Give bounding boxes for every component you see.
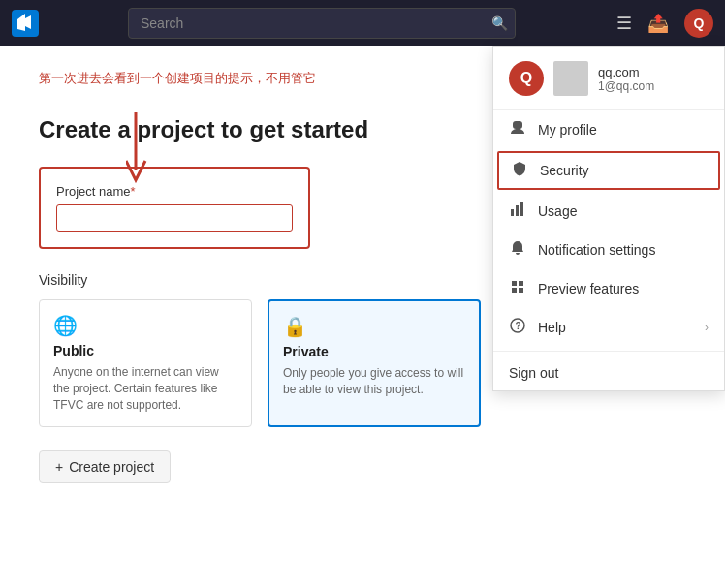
private-option[interactable]: 🔒 Private Only people you give access to…	[268, 299, 481, 427]
create-project-button[interactable]: + Create project	[39, 450, 171, 483]
user-email-full: 1@qq.com	[598, 79, 654, 93]
notification-icon	[509, 240, 526, 260]
project-name-label: Project name*	[56, 184, 293, 199]
menu-item-notification-settings[interactable]: Notification settings	[493, 231, 724, 269]
dropdown-header: Q qq.com 1@qq.com	[493, 47, 724, 110]
private-desc: Only people you give access to will be a…	[283, 365, 465, 398]
menu-item-usage[interactable]: Usage	[493, 192, 724, 231]
user-email-domain: qq.com	[598, 65, 654, 79]
dropdown-avatar: Q	[509, 61, 544, 96]
globe-icon: 🌐	[53, 314, 237, 337]
chevron-right-icon: ›	[705, 321, 709, 334]
svg-rect-3	[511, 209, 514, 216]
public-desc: Anyone on the internet can view the proj…	[53, 364, 237, 413]
menu-icon[interactable]: ☰	[616, 13, 632, 34]
public-title: Public	[53, 343, 237, 358]
topbar: 🔍 ☰ 📤 Q	[0, 0, 725, 46]
user-photo-placeholder	[553, 61, 588, 96]
svg-text:?: ?	[516, 321, 521, 331]
topbar-actions: ☰ 📤 Q	[616, 9, 713, 38]
avatar[interactable]: Q	[684, 9, 713, 38]
usage-icon	[509, 201, 526, 221]
user-dropdown: Q qq.com 1@qq.com My profile Security Us…	[492, 46, 725, 391]
menu-item-my-profile[interactable]: My profile	[493, 110, 724, 149]
preview-icon	[509, 279, 526, 298]
project-name-input[interactable]	[56, 204, 293, 232]
menu-item-help[interactable]: ? Help ›	[493, 308, 724, 347]
menu-item-security[interactable]: Security	[497, 151, 720, 190]
svg-rect-4	[516, 205, 519, 216]
arrow-indicator	[126, 112, 174, 190]
security-icon	[511, 161, 528, 180]
plus-icon: +	[55, 459, 63, 475]
help-icon: ?	[509, 318, 526, 337]
dropdown-user-info: qq.com 1@qq.com	[598, 65, 654, 93]
gift-icon[interactable]: 📤	[647, 13, 669, 34]
svg-rect-2	[513, 121, 522, 129]
profile-icon	[509, 120, 526, 139]
svg-rect-5	[520, 202, 523, 216]
search-input[interactable]	[128, 8, 516, 39]
search-bar: 🔍	[128, 8, 516, 39]
sign-out-button[interactable]: Sign out	[493, 356, 724, 390]
lock-icon: 🔒	[283, 315, 465, 338]
private-title: Private	[283, 344, 465, 359]
project-form: Project name*	[39, 167, 310, 249]
search-icon: 🔍	[491, 15, 508, 31]
divider	[493, 351, 724, 352]
public-option[interactable]: 🌐 Public Anyone on the internet can view…	[39, 299, 252, 427]
azure-devops-logo-icon	[12, 10, 39, 37]
menu-item-preview-features[interactable]: Preview features	[493, 269, 724, 308]
create-btn-wrapper: + Create project	[39, 450, 686, 483]
